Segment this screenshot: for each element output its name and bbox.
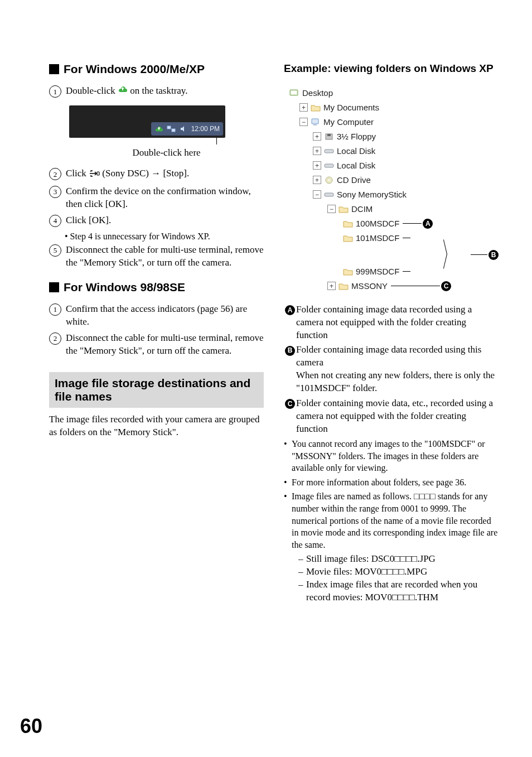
win98-step-2: 2 Disconnect the cable for multi-use ter… xyxy=(49,332,264,358)
label: Desktop xyxy=(302,88,333,99)
heading-text: For Windows 98/98SE xyxy=(64,279,185,295)
text: Double-click xyxy=(66,85,118,96)
tag-a: A xyxy=(423,219,433,229)
folder-icon xyxy=(311,103,321,112)
text: Step 4 is unnecessary for Windows XP. xyxy=(70,232,210,241)
tree-mycomputer: − My Computer xyxy=(289,115,499,129)
expand-minus-icon: − xyxy=(327,205,336,213)
tree-mssony: + MSSONY C xyxy=(289,279,499,293)
label: 101MSDCF xyxy=(356,233,399,244)
tree-memorystick: − Sony MemoryStick xyxy=(289,187,499,202)
section-bar: Image file storage destinations and file… xyxy=(49,372,264,408)
step-body: Click (Sony DSC) → [Stop]. xyxy=(66,167,264,182)
computer-icon xyxy=(311,118,321,127)
callout-b: B xyxy=(471,250,499,260)
text: Image files are named as follows. □□□□ s… xyxy=(292,490,499,551)
page-number: 60 xyxy=(20,713,42,740)
label: CD Drive xyxy=(337,175,371,186)
folder-icon xyxy=(338,282,349,291)
callout-b-bottom xyxy=(403,271,410,272)
paragraph: The image files recorded with your camer… xyxy=(49,413,264,439)
step-1: 1 Double-click on the tasktray. xyxy=(49,85,264,98)
label: MSSONY xyxy=(351,281,388,292)
step-number-icon: 4 xyxy=(49,215,61,227)
expand-plus-icon: + xyxy=(299,103,308,112)
svg-rect-2 xyxy=(97,172,99,175)
step-3: 3 Confirm the device on the confirmation… xyxy=(49,185,264,211)
svg-rect-4 xyxy=(291,91,297,94)
win98-step-1: 1 Confirm that the access indicators (pa… xyxy=(49,303,264,329)
step-body: Disconnect the cable for multi-use termi… xyxy=(66,244,264,269)
folder-icon xyxy=(343,219,353,228)
svg-rect-9 xyxy=(325,150,333,153)
disk-icon xyxy=(324,147,334,156)
tree-101msdcf: 101MSDCF xyxy=(289,231,499,245)
folder-tree-diagram: Desktop + My Documents − My Computer + 3… xyxy=(289,86,499,293)
tag-b: B xyxy=(489,250,499,260)
expand-minus-icon: − xyxy=(313,190,321,199)
text: For more information about folders, see … xyxy=(292,476,466,489)
text: Folder containing movie data, etc., reco… xyxy=(296,397,499,436)
text: Folder containing image data recorded us… xyxy=(296,303,499,342)
step-body: Confirm that the access indicators (page… xyxy=(66,303,264,329)
step-number-icon: 5 xyxy=(49,244,61,257)
callout-b-top xyxy=(403,238,410,238)
folder-icon xyxy=(343,267,353,276)
brace-icon: 〉 xyxy=(441,248,458,262)
label: 999MSDCF xyxy=(356,266,399,277)
tasktray-figure: 12:00 PM xyxy=(69,105,264,144)
unplug-hardware-icon[interactable] xyxy=(154,124,163,133)
svg-rect-10 xyxy=(325,164,333,167)
heading-win2000mexp: For Windows 2000/Me/XP xyxy=(49,61,264,77)
item-a: A Folder containing image data recorded … xyxy=(284,303,499,342)
step-body: Double-click on the tasktray. xyxy=(66,85,264,98)
step-number-icon: 2 xyxy=(49,168,61,180)
step-2: 2 Click (Sony DSC) → [Stop]. xyxy=(49,167,264,182)
text: Folder containing image data recorded us… xyxy=(296,344,481,368)
text: When not creating any new folders, there… xyxy=(296,370,495,393)
tag-b: B xyxy=(285,346,295,356)
item-c: C Folder containing movie data, etc., re… xyxy=(284,397,499,436)
square-bullet-icon xyxy=(49,64,59,74)
text: [Stop]. xyxy=(163,168,189,179)
tree-999msdcf: 999MSDCF xyxy=(289,264,499,279)
step-5: 5 Disconnect the cable for multi-use ter… xyxy=(49,244,264,269)
label: Sony MemoryStick xyxy=(337,189,407,200)
step-number-icon: 1 xyxy=(49,85,61,98)
svg-rect-6 xyxy=(313,124,317,126)
callout-c: C xyxy=(391,281,451,291)
bullet-3: •Image files are named as follows. □□□□ … xyxy=(284,490,499,551)
svg-point-12 xyxy=(328,179,330,181)
step-body: Disconnect the cable for multi-use termi… xyxy=(66,332,264,358)
tree-dcim: − DCIM xyxy=(289,202,499,216)
expand-plus-icon: + xyxy=(313,161,321,170)
tree-cddrive: + CD Drive xyxy=(289,173,499,187)
square-bullet-icon xyxy=(49,282,59,292)
network-icon[interactable] xyxy=(167,124,176,133)
label: My Documents xyxy=(323,102,379,113)
disk-icon xyxy=(324,161,334,170)
tag-c: C xyxy=(285,399,295,409)
step-number-icon: 3 xyxy=(49,186,61,198)
svg-rect-0 xyxy=(167,126,171,129)
tree-floppy: + 3½ Floppy xyxy=(289,129,499,144)
volume-icon[interactable] xyxy=(179,124,188,133)
svg-rect-5 xyxy=(312,119,318,124)
usb-camera-icon xyxy=(89,169,100,182)
systray[interactable]: 12:00 PM xyxy=(151,122,223,136)
desktop-icon xyxy=(289,89,299,98)
two-column-layout: For Windows 2000/Me/XP 1 Double-click on… xyxy=(49,61,499,604)
step-body: Confirm the device on the confirmation w… xyxy=(66,185,264,211)
right-column: Example: viewing folders on Windows XP D… xyxy=(284,61,499,604)
tree-range-brace: 〉 B xyxy=(289,245,499,264)
text: (Sony DSC) xyxy=(102,168,151,179)
svg-rect-1 xyxy=(172,129,175,132)
bullet-2: •For more information about folders, see… xyxy=(284,476,499,489)
svg-rect-13 xyxy=(325,193,333,196)
left-column: For Windows 2000/Me/XP 1 Double-click on… xyxy=(49,61,264,604)
tree-100msdcf: 100MSDCF A xyxy=(289,216,499,231)
dash-3: –Index image files that are recorded whe… xyxy=(298,578,499,604)
dash-2: –Movie files: MOV0□□□□.MPG xyxy=(298,566,499,578)
label: 3½ Floppy xyxy=(337,131,376,142)
step-number-icon: 2 xyxy=(49,332,61,345)
